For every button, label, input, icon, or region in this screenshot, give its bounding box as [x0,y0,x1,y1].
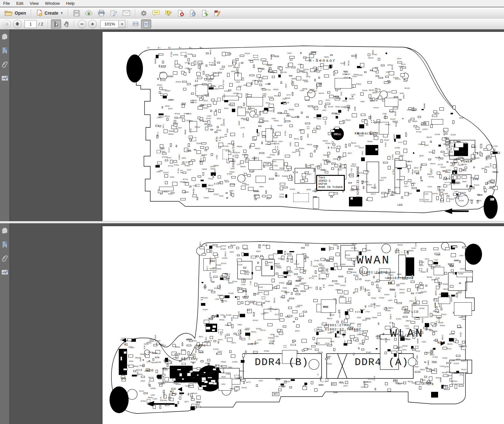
component [404,312,409,313]
ref-designator: TP8968 [221,362,226,363]
fill-sign-button[interactable] [212,9,223,18]
ref-designator: PM8773 [191,102,196,104]
ref-designator: PM5243 [327,318,332,320]
ref-designator: CN8036 [454,260,459,262]
bookmarks-icon[interactable] [1,241,8,248]
component [431,119,443,125]
select-tool-button[interactable] [51,19,61,29]
menu-edit[interactable]: Edit [13,0,26,7]
component [334,192,338,194]
component [365,305,366,307]
ref-designator: U3613 [156,342,158,346]
fit-page-button[interactable] [141,19,151,29]
zoom-level-input[interactable] [100,20,119,28]
preferences-button[interactable] [138,9,149,18]
ref-designator: PC7428 [223,146,228,147]
ref-designator: PM8674 [200,242,202,247]
comment-button[interactable] [150,9,162,17]
ref-designator: RN5310 [241,118,246,120]
component [147,399,150,403]
ref-designator: PR1220 [318,352,323,354]
component [201,303,205,306]
ref-designator: CN7289 [458,200,464,202]
ref-designator: Q3948 [376,336,380,338]
ref-designator: BT4873 [288,272,293,274]
board-label--: + [313,69,316,73]
component [408,120,410,123]
ref-designator: RT8036 [313,266,318,268]
component [307,126,309,129]
export-button[interactable] [200,9,210,18]
component [305,123,310,124]
signatures-icon[interactable] [1,269,8,276]
ref-designator: X7260 [337,169,342,171]
ref-designator: L7241 [183,373,188,375]
ref-designator: Q8952 [242,183,247,185]
component [331,147,335,149]
next-page-button[interactable] [13,20,22,28]
fit-width-button[interactable] [131,20,140,28]
delete-page-button[interactable] [175,9,186,18]
ref-designator: RN8590 [302,89,308,90]
component [361,157,365,161]
menu-help[interactable]: Help [63,0,78,7]
component [352,113,357,117]
ref-designator: RT5034 [325,143,330,145]
component [212,281,214,283]
sign-document-button[interactable] [108,9,119,18]
ref-designator: EC1856 [458,157,463,159]
ref-designator: U6572 [149,381,150,386]
attachments-icon[interactable] [1,61,8,68]
ref-designator: L9426 [151,395,155,396]
bookmarks-icon[interactable] [1,47,8,54]
restrict-button[interactable] [188,9,198,18]
component [449,338,454,341]
email-button[interactable] [121,9,132,17]
open-button[interactable]: Open [3,9,28,17]
ref-designator: C7107 [434,260,438,261]
component [337,246,339,249]
ref-designator: RN2282 [367,141,373,143]
pdf-page-2[interactable]: PM8480BT3361C3480R9563Q1832PM1977L6097RT… [103,226,504,424]
ref-designator: R1173 [275,314,279,316]
attachments-icon[interactable] [1,255,8,262]
zoom-out-button[interactable] [78,20,86,28]
component [335,164,338,167]
print-button[interactable] [96,9,107,18]
hook-label-4: 4⌣ [179,47,182,49]
hand-tool-button[interactable] [62,20,71,28]
ref-designator: Q6635 [397,274,401,276]
previous-page-button[interactable] [3,20,11,28]
pdf-page-1[interactable]: DELL X4918BT6839X4539Q9839PM7244RN2231R2… [103,32,504,221]
menu-file[interactable]: File [0,0,13,7]
ref-designator: EC5792 [221,263,226,265]
ref-designator: BT4331 [253,320,258,322]
highlight-text-button[interactable]: T [163,9,174,18]
ref-designator: EC7025 [393,169,394,175]
ref-designator: X9656 [406,161,410,163]
ref-designator: PM8035 [237,146,242,148]
cloud-upload-button[interactable] [83,9,95,17]
component [398,350,402,353]
component [206,53,209,54]
component [215,132,217,133]
page-thumbnails-icon[interactable] [1,33,8,40]
ref-designator: Q1871 [386,72,391,73]
page-number-input[interactable] [25,20,37,28]
component [315,270,316,274]
zoom-dropdown-button[interactable]: ▼ [119,20,125,28]
ref-designator: U7808 [387,92,391,93]
menu-window[interactable]: Window [42,0,63,7]
menu-view[interactable]: View [26,0,42,7]
component [421,248,426,250]
zoom-in-button[interactable] [88,20,97,28]
ref-designator: RN6916 [461,316,466,318]
component [350,309,353,312]
component [248,187,253,191]
page-thumbnails-icon[interactable] [1,227,8,234]
signatures-icon[interactable] [1,75,8,82]
save-button[interactable] [71,9,82,18]
ref-designator: CN8610 [348,269,353,270]
component [387,389,391,392]
create-button[interactable]: Create ▼ [34,9,65,18]
